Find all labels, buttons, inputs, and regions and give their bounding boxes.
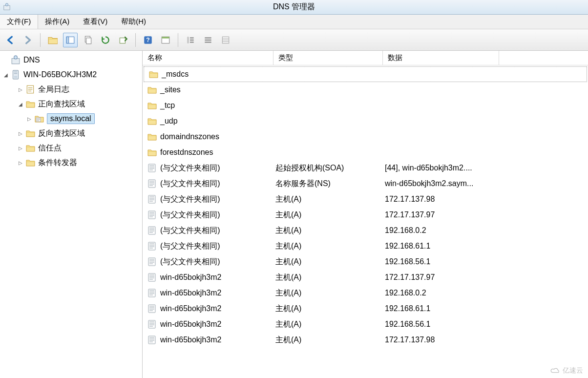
- list-row[interactable]: (与父文件夹相同)主机(A)172.17.137.97: [143, 207, 588, 223]
- menu-help[interactable]: 帮助(H): [114, 15, 153, 29]
- list-body: _msdcs_sites_tcp_udpdomaindnszonesforest…: [143, 65, 588, 378]
- cell-data: win-d65bokjh3m2.saym...: [383, 179, 499, 188]
- app-icon: [3, 3, 11, 11]
- list-row[interactable]: _tcp: [143, 98, 588, 113]
- title-bar: DNS 管理器: [0, 0, 588, 15]
- list-row[interactable]: domaindnszones: [143, 129, 588, 145]
- list-row[interactable]: _msdcs: [144, 66, 587, 82]
- list-row[interactable]: (与父文件夹相同)主机(A)172.17.137.98: [143, 191, 588, 207]
- menu-bar: 文件(F) 操作(A) 查看(V) 帮助(H): [0, 15, 588, 29]
- expander-closed-icon: ▷: [17, 129, 24, 137]
- up-folder-button[interactable]: [45, 33, 60, 47]
- cell-type: 起始授权机构(SOA): [273, 163, 383, 173]
- cell-name: _msdcs: [162, 70, 189, 79]
- list-row[interactable]: (与父文件夹相同)起始授权机构(SOA)[44], win-d65bokjh3m…: [143, 160, 588, 176]
- properties-button[interactable]: [158, 33, 173, 47]
- forward-button[interactable]: [21, 33, 35, 47]
- list-row[interactable]: win-d65bokjh3m2主机(A)192.168.0.2: [143, 285, 588, 301]
- cell-name: win-d65bokjh3m2: [160, 273, 221, 282]
- toolbar-separator: [178, 33, 178, 47]
- list-row[interactable]: _udp: [143, 113, 588, 129]
- tree-conditional-forwarders[interactable]: ▷ 条件转发器: [0, 155, 142, 170]
- cell-data: 192.168.61.1: [383, 242, 499, 251]
- record-icon: [147, 225, 157, 236]
- cell-name: domaindnszones: [160, 132, 219, 141]
- list-row[interactable]: win-d65bokjh3m2主机(A)172.17.137.98: [143, 332, 588, 348]
- cell-type: 主机(A): [273, 257, 383, 267]
- folder-icon: [147, 116, 157, 126]
- tree-global-log[interactable]: ▷ 全局日志: [0, 82, 142, 97]
- record-icon: [147, 210, 157, 220]
- record-icon: [147, 178, 157, 189]
- toolbar-separator: [135, 33, 136, 47]
- column-header-data[interactable]: 数据: [383, 51, 499, 65]
- list-row[interactable]: _sites: [143, 82, 588, 98]
- toolbar: [0, 29, 588, 51]
- refresh-button[interactable]: [98, 33, 113, 47]
- cell-data: 192.168.56.1: [383, 320, 499, 329]
- help-button[interactable]: [141, 33, 155, 47]
- tree-label: 条件转发器: [38, 158, 77, 168]
- record-icon: [147, 319, 157, 330]
- window-title: DNS 管理器: [273, 2, 315, 12]
- view-mode-1-button[interactable]: [183, 33, 198, 47]
- menu-view[interactable]: 查看(V): [76, 15, 114, 29]
- list-row[interactable]: (与父文件夹相同)名称服务器(NS)win-d65bokjh3m2.saym..…: [143, 176, 588, 191]
- copy-button[interactable]: [81, 33, 95, 47]
- cell-type: 主机(A): [273, 304, 383, 314]
- export-button[interactable]: [116, 33, 130, 47]
- folder-icon: [25, 128, 35, 138]
- cell-data: 192.168.0.2: [383, 289, 499, 297]
- cell-name: (与父文件夹相同): [160, 163, 220, 173]
- tree-server[interactable]: ◢ WIN-D65BOKJH3M2: [0, 67, 142, 82]
- list-row[interactable]: (与父文件夹相同)主机(A)192.168.56.1: [143, 254, 588, 270]
- tree-root-dns[interactable]: DNS: [0, 53, 142, 67]
- tree-label: WIN-D65BOKJH3M2: [23, 70, 97, 79]
- cell-type: 主机(A): [273, 194, 383, 205]
- cell-data: 192.168.56.1: [383, 257, 499, 266]
- menu-action[interactable]: 操作(A): [38, 15, 76, 29]
- tree-reverse-zones[interactable]: ▷ 反向查找区域: [0, 126, 142, 141]
- record-icon: [147, 288, 157, 298]
- cell-data: 192.168.61.1: [383, 304, 499, 313]
- show-tree-button[interactable]: [63, 33, 78, 47]
- list-row[interactable]: win-d65bokjh3m2主机(A)192.168.56.1: [143, 316, 588, 332]
- cell-data: 172.17.137.97: [383, 210, 499, 219]
- folder-icon: [147, 100, 157, 111]
- list-header: 名称 类型 数据: [143, 51, 588, 65]
- column-header-name[interactable]: 名称: [143, 51, 273, 65]
- cell-name: win-d65bokjh3m2: [160, 304, 221, 313]
- list-row[interactable]: win-d65bokjh3m2主机(A)172.17.137.97: [143, 270, 588, 285]
- folder-icon: [25, 99, 35, 109]
- expander-closed-icon: ▷: [25, 115, 33, 123]
- record-icon: [147, 335, 157, 345]
- list-row[interactable]: forestdnszones: [143, 145, 588, 160]
- cell-type: 名称服务器(NS): [273, 179, 383, 189]
- list-row[interactable]: (与父文件夹相同)主机(A)192.168.61.1: [143, 238, 588, 254]
- column-header-type[interactable]: 类型: [273, 51, 383, 65]
- expander-open-icon: ◢: [17, 100, 24, 108]
- cell-type: 主机(A): [273, 226, 383, 236]
- server-icon: [11, 70, 21, 80]
- tree-forward-zones[interactable]: ◢ 正向查找区域: [0, 97, 142, 111]
- tree-trust-points[interactable]: ▷ 信任点: [0, 141, 142, 155]
- folder-icon: [25, 143, 35, 153]
- folder-icon: [147, 131, 157, 142]
- expander-icon: [2, 56, 10, 64]
- back-button[interactable]: [3, 33, 18, 47]
- cell-name: (与父文件夹相同): [160, 226, 220, 236]
- tree-label: 反向查找区域: [38, 128, 85, 139]
- list-row[interactable]: win-d65bokjh3m2主机(A)192.168.61.1: [143, 301, 588, 316]
- view-mode-2-button[interactable]: [201, 33, 215, 47]
- cell-name: _tcp: [160, 101, 175, 110]
- cell-type: 主机(A): [273, 241, 383, 252]
- list-row[interactable]: (与父文件夹相同)主机(A)192.168.0.2: [143, 223, 588, 238]
- record-icon: [147, 272, 157, 283]
- view-mode-3-button[interactable]: [218, 33, 233, 47]
- list-pane: 名称 类型 数据 _msdcs_sites_tcp_udpdomaindnszo…: [143, 51, 588, 378]
- menu-file[interactable]: 文件(F): [0, 15, 38, 29]
- tree-zone-sayms[interactable]: ▷ sayms.local: [0, 111, 142, 126]
- toolbar-separator: [40, 33, 41, 47]
- record-icon: [147, 256, 157, 267]
- cell-name: (与父文件夹相同): [160, 241, 220, 252]
